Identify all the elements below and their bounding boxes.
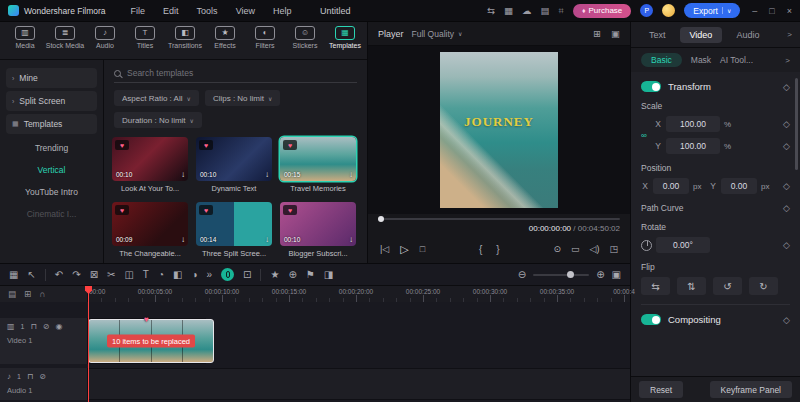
subtab-mask[interactable]: Mask <box>691 55 711 65</box>
tab-video[interactable]: Video <box>680 27 723 43</box>
shortcut-icon[interactable]: ⌗ <box>559 5 564 17</box>
export-frame-icon[interactable]: ◨ <box>324 270 333 280</box>
more-tools-icon[interactable]: » <box>207 270 213 280</box>
menu-file[interactable]: File <box>131 6 146 16</box>
lock-icon[interactable]: ⊓ <box>30 322 36 331</box>
filter-duration[interactable]: Duration : No limit∨ <box>114 112 202 128</box>
menu-help[interactable]: Help <box>273 6 292 16</box>
template-card[interactable]: ♥00:10↓ Look At Your To... <box>112 137 188 193</box>
flip-horizontal-button[interactable]: ⇆ <box>641 277 670 295</box>
fullscreen-button[interactable]: ◳ <box>609 244 618 254</box>
template-card[interactable]: ♥00:09↓ The Changeable... <box>112 202 188 258</box>
tab-media[interactable]: ▥Media <box>5 22 45 59</box>
template-card[interactable]: ♥00:14↓ Three Split Scree... <box>196 202 272 258</box>
magnet-icon[interactable]: ∩ <box>39 289 45 299</box>
template-card[interactable]: ♥00:10↓ Dynamic Text <box>196 137 272 193</box>
crop-icon[interactable]: ◫ <box>124 270 133 280</box>
scale-x-keyframe-icon[interactable]: ◇ <box>783 119 790 129</box>
layout-icon[interactable]: ▦ <box>504 5 513 16</box>
reset-button[interactable]: Reset <box>639 381 683 398</box>
seek-bar[interactable] <box>378 218 620 220</box>
sidebar-group-mine[interactable]: ›Mine <box>6 68 97 88</box>
effects-tool-icon[interactable]: ★ <box>270 270 279 280</box>
chroma-key-icon[interactable]: ◑ <box>191 270 197 280</box>
menu-tools[interactable]: Tools <box>197 6 218 16</box>
mute-icon[interactable]: ⊘ <box>43 322 50 331</box>
playhead[interactable] <box>88 286 89 402</box>
subtab-basic[interactable]: Basic <box>641 53 682 67</box>
position-keyframe-icon[interactable]: ◇ <box>783 181 790 191</box>
timeline-ruler[interactable]: 00:00 00:00:05:00 00:00:10:00 00:00:15:0… <box>88 286 630 302</box>
clip-marker-icon[interactable]: ♥ <box>144 315 149 324</box>
mark-out-button[interactable]: } <box>496 244 499 255</box>
zoom-slider-handle[interactable] <box>567 271 574 278</box>
redo-icon[interactable]: ↷ <box>72 270 80 280</box>
menu-edit[interactable]: Edit <box>163 6 179 16</box>
account-avatar[interactable]: P <box>640 4 653 17</box>
rotate-dial[interactable] <box>641 240 652 251</box>
snapshot-button[interactable]: ⊙ <box>553 244 561 254</box>
zoom-out-icon[interactable]: ⊖ <box>518 270 526 280</box>
scale-y-keyframe-icon[interactable]: ◇ <box>783 141 790 151</box>
compositing-toggle[interactable] <box>641 314 661 325</box>
text-tool-icon[interactable]: T <box>143 270 149 280</box>
add-track-icon[interactable]: ⊞ <box>24 289 31 299</box>
rotate-input[interactable]: 0.00° <box>656 237 710 253</box>
mute-icon[interactable]: ⊘ <box>39 372 46 381</box>
split-icon[interactable]: ✂ <box>107 270 115 280</box>
tab-filters[interactable]: ◐Filters <box>245 22 285 59</box>
split-view-icon[interactable]: ⊞ <box>593 28 601 39</box>
timeline-clip[interactable]: ♥ 10 items to be replaced <box>88 319 214 363</box>
inspector-scrollbar[interactable] <box>795 78 798 170</box>
delete-icon[interactable]: ⊠ <box>90 270 98 280</box>
tab-audio[interactable]: Audio <box>726 27 769 43</box>
resources-icon[interactable]: ▤ <box>541 5 550 16</box>
tab-effects[interactable]: ★Effects <box>205 22 245 59</box>
sidebar-group-templates[interactable]: ▦Templates <box>6 114 97 134</box>
screen-record-icon[interactable]: ⊡ <box>243 270 251 280</box>
rotate-ccw-button[interactable]: ↺ <box>713 277 742 295</box>
stop-button[interactable]: □ <box>420 244 425 254</box>
rotate-cw-button[interactable]: ↻ <box>749 277 778 295</box>
download-icon[interactable]: ↓ <box>181 170 185 179</box>
minimize-button[interactable]: – <box>752 6 757 16</box>
template-thumbnail[interactable]: ♥00:14↓ <box>196 202 272 246</box>
filter-aspect-ratio[interactable]: Aspect Ratio : All∨ <box>114 90 199 106</box>
sidebar-group-split-screen[interactable]: ›Split Screen <box>6 91 97 111</box>
scale-x-input[interactable]: 100.00 <box>666 116 720 132</box>
zoom-in-icon[interactable]: ⊕ <box>596 270 604 280</box>
subtab-ai-tools[interactable]: AI Tool... <box>720 55 753 65</box>
template-thumbnail[interactable]: ♥00:10↓ <box>280 202 356 246</box>
fit-view-icon[interactable]: ▣ <box>611 28 620 39</box>
download-icon[interactable]: ↓ <box>181 235 185 244</box>
points-icon[interactable] <box>662 4 675 17</box>
download-icon[interactable]: ↓ <box>349 170 353 179</box>
export-button[interactable]: Export∨ <box>684 3 740 18</box>
media-manager-icon[interactable]: ▦ <box>9 270 18 280</box>
mask-tool-icon[interactable]: ◧ <box>173 270 182 280</box>
quality-dropdown[interactable]: Full Quality∨ <box>412 29 463 39</box>
scale-y-input[interactable]: 100.00 <box>666 138 720 154</box>
path-curve-keyframe-icon[interactable]: ◇ <box>783 203 790 213</box>
purchase-button[interactable]: ♦Purchase <box>573 4 631 18</box>
tab-templates[interactable]: ▦Templates <box>325 22 365 59</box>
sidebar-item-vertical[interactable]: Vertical <box>0 159 103 181</box>
transform-keyframe-icon[interactable]: ◇ <box>783 82 790 92</box>
video-preview[interactable]: JOURNEY <box>440 52 558 208</box>
sidebar-item-trending[interactable]: Trending <box>0 137 103 159</box>
tab-stickers[interactable]: ☺Stickers <box>285 22 325 59</box>
template-card-selected[interactable]: ♥00:15↓ Travel Memories <box>280 137 356 193</box>
sidebar-item-cinematic[interactable]: Cinematic I... <box>0 203 103 225</box>
download-icon[interactable]: ↓ <box>265 170 269 179</box>
previous-frame-button[interactable]: |◁ <box>380 244 389 254</box>
zoom-fit-icon[interactable]: ▣ <box>612 270 621 280</box>
tab-transitions[interactable]: ◧Transitions <box>165 22 205 59</box>
compositing-keyframe-icon[interactable]: ◇ <box>783 315 790 325</box>
undo-icon[interactable]: ↶ <box>55 270 63 280</box>
speed-icon[interactable]: ◔ <box>158 270 164 280</box>
filter-clips[interactable]: Clips : No limit∨ <box>205 90 281 106</box>
mark-in-button[interactable]: { <box>479 244 482 255</box>
template-thumbnail[interactable]: ♥00:10↓ <box>196 137 272 181</box>
play-button[interactable]: ▷ <box>400 243 408 256</box>
tab-text[interactable]: Text <box>639 27 676 43</box>
